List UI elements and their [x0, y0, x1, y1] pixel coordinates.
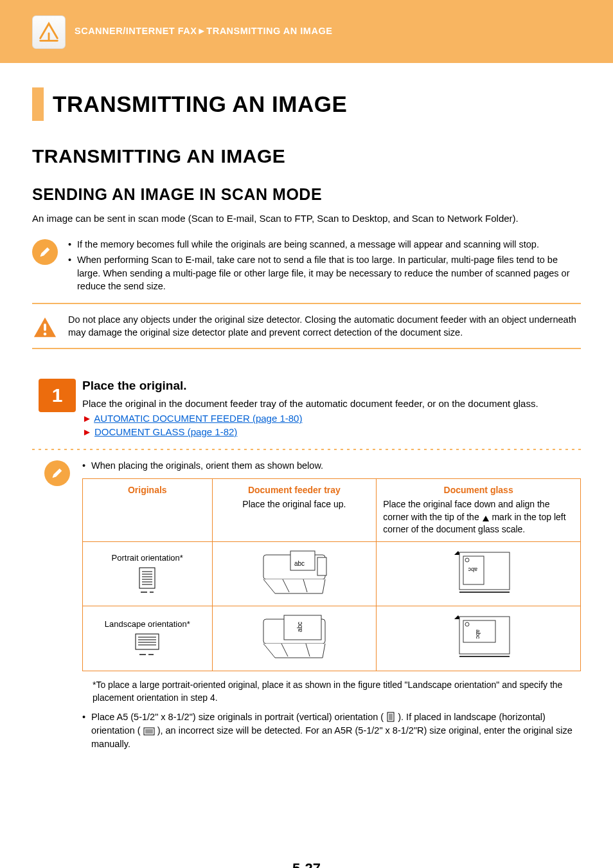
scanner-chapter-icon	[32, 15, 66, 49]
row-landscape-glass-diagram: abc	[377, 606, 581, 671]
caution-text: Do not place any objects under the origi…	[68, 313, 581, 340]
row-label-text: Portrait orientation*	[112, 552, 183, 564]
table-header-glass: Document glass Place the original face d…	[377, 479, 581, 541]
footnote-star: *To place a large portrait-oriented orig…	[82, 679, 581, 704]
chapter-title-accent-bar	[32, 87, 44, 121]
link-document-glass[interactable]: DOCUMENT GLASS (page 1-82)	[94, 426, 237, 437]
caution-block: Do not place any objects under the origi…	[32, 313, 581, 349]
page-number: 5-27	[0, 860, 613, 868]
note-pencil-icon	[32, 239, 58, 265]
table-header-glass-label: Document glass	[444, 485, 513, 495]
intro-text: An image can be sent in scan mode (Scan …	[32, 213, 581, 224]
svg-text:abc: abc	[294, 560, 305, 567]
portrait-page-icon	[386, 712, 395, 722]
footnote-bullet: Place A5 (5-1/2" x 8-1/2") size original…	[82, 710, 581, 751]
table-row: Landscape orientation*	[83, 606, 581, 671]
step-1: 1 Place the original. Place the original…	[32, 379, 581, 751]
landscape-page-icon	[143, 727, 155, 736]
caution-triangle-icon	[32, 314, 58, 340]
svg-rect-2	[44, 323, 46, 330]
note-item: If the memory becomes full while the ori…	[68, 238, 581, 251]
step-text: Place the original in the document feede…	[82, 397, 581, 410]
step-title: Place the original.	[82, 379, 581, 393]
row-portrait-label: Portrait orientation*	[83, 541, 213, 606]
dashed-separator	[32, 449, 581, 450]
row-portrait-feeder-diagram: abc	[212, 541, 377, 606]
link-arrow-icon: ►	[82, 426, 92, 437]
page-header: SCANNER/INTERNET FAX►TRANSMITTING AN IMA…	[0, 0, 613, 63]
table-row: Portrait orientation*	[83, 541, 581, 606]
link-automatic-document-feeder[interactable]: AUTOMATIC DOCUMENT FEEDER (page 1-80)	[94, 413, 302, 424]
portrait-sheet-icon	[134, 566, 160, 596]
svg-point-3	[44, 332, 47, 336]
orientation-table: Originals Document feeder tray Place the…	[82, 478, 581, 671]
svg-text:abc: abc	[296, 622, 303, 632]
corner-mark-icon	[482, 514, 490, 522]
svg-text:abc: abc	[475, 629, 481, 639]
row-landscape-label: Landscape orientation*	[83, 606, 213, 671]
section-title: TRANSMITTING AN IMAGE	[32, 145, 581, 167]
note-item: When performing Scan to E-mail, take car…	[68, 253, 581, 293]
link-arrow-icon: ►	[82, 413, 92, 424]
note-block: If the memory becomes full while the ori…	[32, 238, 581, 304]
landscape-sheet-icon	[132, 633, 163, 658]
row-landscape-feeder-diagram: abc	[212, 606, 377, 671]
svg-rect-16	[317, 557, 326, 575]
table-header-feeder-sub: Place the original face up.	[219, 498, 370, 511]
svg-rect-4	[139, 568, 155, 588]
chapter-title-text: TRANSMITTING AN IMAGE	[53, 87, 347, 121]
breadcrumb: SCANNER/INTERNET FAX►TRANSMITTING AN IMA…	[75, 15, 332, 36]
table-header-feeder: Document feeder tray Place the original …	[212, 479, 377, 541]
svg-rect-47	[144, 728, 154, 735]
table-header-feeder-label: Document feeder tray	[248, 485, 341, 495]
step-number-badge: 1	[39, 379, 76, 412]
row-portrait-glass-diagram: abc	[377, 541, 581, 606]
svg-rect-24	[136, 634, 159, 649]
table-header-glass-sub: Place the original face down and align t…	[383, 498, 574, 536]
svg-text:abc: abc	[468, 566, 477, 573]
note-pencil-icon	[44, 460, 70, 486]
row-label-text: Landscape orientation*	[105, 619, 190, 630]
subsection-title: SENDING AN IMAGE IN SCAN MODE	[32, 185, 581, 204]
orient-lead-text: When placing the originals, orient them …	[82, 459, 581, 472]
table-header-originals: Originals	[83, 479, 213, 541]
chapter-title: TRANSMITTING AN IMAGE	[32, 87, 581, 121]
